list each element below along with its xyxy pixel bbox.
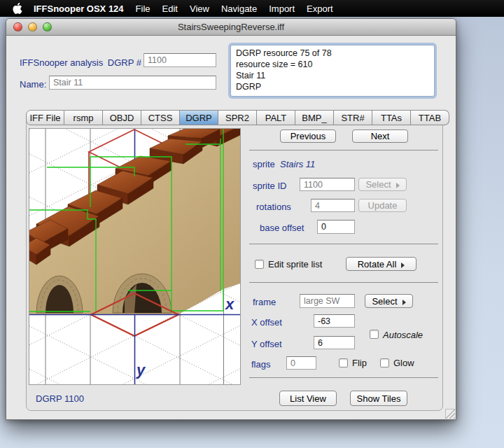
edit-sprite-list-label: Edit sprite list — [268, 259, 322, 270]
apple-menu[interactable] — [13, 3, 22, 14]
app-window: StairsSweepingReverse.iff IFFSnooper ana… — [6, 18, 456, 420]
dgrp-number-field[interactable]: 1100 — [144, 53, 216, 67]
tab-iff-file[interactable]: IFF File — [26, 110, 64, 125]
rotate-all-label: Rotate All — [358, 259, 397, 270]
menu-item-export[interactable]: Export — [307, 4, 333, 14]
flags-field[interactable]: 0 — [286, 356, 316, 370]
frame-select-button[interactable]: Select — [365, 294, 413, 308]
base-offset-label: base offset — [260, 223, 304, 233]
previous-button-label: Previous — [290, 131, 326, 141]
menu-item-edit[interactable]: Edit — [162, 4, 178, 14]
window-content: IFFSnooper analysis DGRP # 1100 Name: St… — [6, 36, 456, 419]
divider — [249, 244, 438, 244]
tab-palt[interactable]: PALT — [257, 110, 295, 125]
apple-icon — [13, 3, 22, 14]
sprite-select-button[interactable]: Select — [358, 178, 407, 191]
list-view-button[interactable]: List View — [279, 391, 337, 406]
previous-button[interactable]: Previous — [280, 130, 336, 143]
resize-grip[interactable] — [445, 409, 455, 419]
dgrp-number-label: DGRP # — [101, 57, 141, 68]
menu-arrow-icon — [401, 262, 405, 268]
close-button[interactable] — [13, 22, 22, 31]
flip-checkbox[interactable] — [339, 358, 348, 368]
resource-info-box[interactable]: DGRP resource 75 of 78 resource size = 6… — [230, 45, 435, 97]
divider — [249, 377, 438, 378]
x-axis-label: x — [225, 295, 234, 313]
autoscale-label: Autoscale — [383, 330, 423, 340]
y-offset-field[interactable]: 6 — [314, 336, 355, 349]
menu-arrow-icon — [396, 183, 400, 188]
tab-rsmp[interactable]: rsmp — [64, 110, 103, 125]
menu-bar: IFFSnooper OSX 124 File Edit View Naviga… — [0, 0, 504, 17]
autoscale-checkbox[interactable] — [370, 330, 379, 339]
menu-item-import[interactable]: Import — [269, 4, 295, 14]
sprite-select-label: Select — [365, 179, 391, 190]
glow-label: Glow — [393, 358, 414, 368]
next-button[interactable]: Next — [352, 130, 408, 143]
zoom-button[interactable] — [43, 22, 52, 31]
flip-label: Flip — [352, 358, 367, 368]
list-view-label: List View — [290, 393, 326, 404]
tab-bmp[interactable]: BMP_ — [295, 110, 334, 125]
flags-label: flags — [251, 359, 270, 370]
base-offset-field[interactable]: 0 — [317, 220, 355, 234]
tab-ctss[interactable]: CTSS — [141, 110, 180, 125]
sprite-preview-canvas[interactable]: x y — [29, 128, 241, 385]
info-line: resource size = 610 — [236, 59, 429, 70]
frame-select-label: Select — [372, 296, 397, 307]
menu-item-navigate[interactable]: Navigate — [221, 4, 257, 14]
rotations-label: rotations — [256, 202, 291, 212]
tab-str[interactable]: STR# — [334, 110, 372, 125]
tab-objd[interactable]: OBJD — [103, 110, 141, 125]
show-tiles-button[interactable]: Show Tiles — [350, 391, 407, 406]
tab-spr2[interactable]: SPR2 — [218, 110, 257, 125]
menu-item-file[interactable]: File — [136, 4, 150, 14]
edit-sprite-list-checkbox[interactable] — [255, 260, 264, 269]
y-offset-label: Y offset — [251, 339, 282, 349]
tab-ttas[interactable]: TTAs — [372, 110, 411, 125]
sprite-name: Stairs 11 — [280, 159, 315, 169]
tab-dgrp[interactable]: DGRP — [180, 110, 218, 125]
divider — [249, 150, 438, 150]
tab-ttab[interactable]: TTAB — [411, 110, 449, 125]
update-button[interactable]: Update — [358, 199, 407, 212]
x-offset-label: X offset — [251, 317, 282, 328]
menu-arrow-icon — [402, 300, 406, 305]
show-tiles-label: Show Tiles — [357, 393, 401, 404]
info-line: Stair 11 — [236, 70, 429, 81]
traffic-lights — [13, 22, 52, 31]
next-button-label: Next — [371, 131, 390, 141]
name-label: Name: — [20, 79, 46, 90]
stairs-render: x y — [29, 129, 240, 384]
divider — [249, 282, 438, 283]
x-offset-field[interactable]: -63 — [314, 314, 355, 328]
footer-dgrp-text: DGRP 1100 — [36, 393, 84, 404]
info-line: DGRP — [236, 81, 429, 92]
analysis-title: IFFSnooper analysis — [20, 57, 103, 68]
minimize-button[interactable] — [28, 22, 37, 31]
rotations-field[interactable]: 4 — [311, 199, 355, 212]
resource-tab-bar: IFF File rsmp OBJD CTSS DGRP SPR2 PALT B… — [26, 110, 449, 125]
info-line: DGRP resource 75 of 78 — [236, 48, 429, 59]
sprite-id-label: sprite ID — [253, 181, 286, 191]
y-axis-label: y — [136, 361, 146, 379]
frame-field[interactable]: large SW — [300, 294, 355, 308]
menu-app-name[interactable]: IFFSnooper OSX 124 — [34, 4, 124, 14]
window-title: StairsSweepingReverse.iff — [178, 22, 284, 32]
sprite-id-field[interactable]: 1100 — [300, 178, 355, 191]
rotate-all-button[interactable]: Rotate All — [346, 257, 416, 271]
glow-checkbox[interactable] — [380, 358, 389, 368]
menu-item-view[interactable]: View — [190, 4, 209, 14]
title-bar[interactable]: StairsSweepingReverse.iff — [6, 19, 456, 36]
update-button-label: Update — [368, 200, 398, 211]
sprite-label: sprite — [253, 159, 275, 169]
frame-label: frame — [253, 297, 276, 307]
name-field[interactable]: Stair 11 — [49, 76, 216, 90]
